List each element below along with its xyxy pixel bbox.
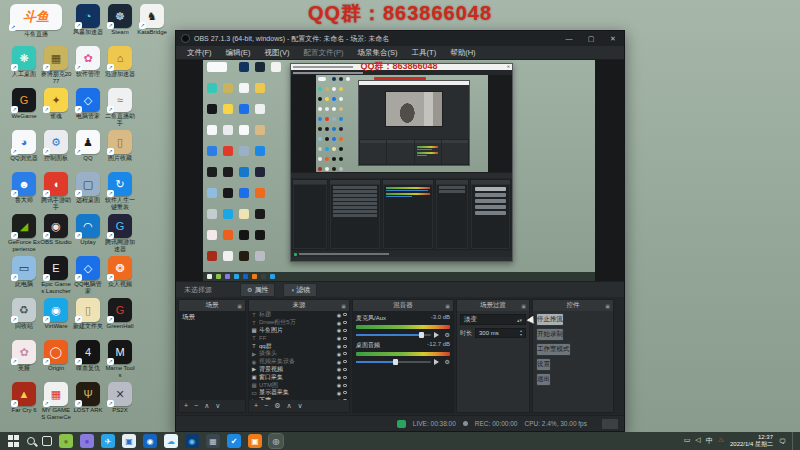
transition-select[interactable]: 淡变 ▴▾ bbox=[460, 314, 526, 325]
visibility-eye-icon[interactable]: ◉ bbox=[337, 327, 341, 333]
sources-toolbar-icon[interactable]: ∨ bbox=[298, 400, 303, 412]
desktop-icon[interactable]: ❋↗人工桌面 bbox=[8, 46, 40, 78]
desktop-icon[interactable]: ▢↗远程桌面 bbox=[72, 172, 104, 204]
start-button[interactable] bbox=[8, 435, 20, 447]
taskbar-app-icon[interactable]: ✈ bbox=[101, 434, 115, 448]
desktop-icon[interactable]: ⚙↗控制面板 bbox=[40, 130, 72, 162]
desktop-icon[interactable]: ◇↗电脑管家 bbox=[72, 88, 104, 120]
desktop-icon[interactable]: Ψ↗LOST ARK bbox=[72, 382, 104, 414]
desktop-icon[interactable]: 4↗喋血复仇 bbox=[72, 340, 104, 372]
visibility-eye-icon[interactable]: ◉ bbox=[337, 390, 341, 396]
taskbar-app-icon[interactable]: ▦ bbox=[206, 434, 220, 448]
lock-icon[interactable] bbox=[343, 313, 347, 316]
source-item[interactable]: ▦斗鱼图片◉ bbox=[249, 327, 349, 335]
controls-header[interactable]: 控件 ▣ bbox=[533, 300, 613, 311]
lock-icon[interactable] bbox=[343, 345, 347, 348]
desktop-icon[interactable]: ▦↗赛博朋克2077 bbox=[40, 46, 72, 84]
mixer-header[interactable]: 混音器 ▣ bbox=[353, 300, 453, 311]
menu-item[interactable]: 工具(T) bbox=[405, 46, 444, 60]
visibility-eye-icon[interactable]: ◉ bbox=[337, 351, 341, 357]
stepper-icon[interactable]: ▴▾ bbox=[520, 329, 522, 337]
desktop-icon[interactable]: ◔↗风暴加速器 bbox=[72, 4, 104, 36]
scenes-toolbar-icon[interactable]: ∧ bbox=[204, 400, 209, 412]
sources-toolbar-icon[interactable]: ∧ bbox=[286, 400, 291, 412]
desktop-icon[interactable]: ▦↗MY GAMES GameCenter bbox=[40, 382, 72, 421]
visibility-eye-icon[interactable]: ◉ bbox=[337, 359, 341, 365]
menu-item[interactable]: 配置文件(P) bbox=[297, 46, 351, 60]
search-icon[interactable] bbox=[27, 437, 35, 445]
desktop-icon[interactable]: G↗WeGame bbox=[8, 88, 40, 120]
menu-item[interactable]: 视图(V) bbox=[258, 46, 297, 60]
desktop-icon[interactable]: ◉↗VirtWare bbox=[40, 298, 72, 330]
show-desktop-button[interactable] bbox=[792, 432, 796, 450]
lock-icon[interactable] bbox=[343, 384, 347, 387]
taskbar-app-icon[interactable]: ✔ bbox=[227, 434, 241, 448]
desktop-icon[interactable]: G↗腾讯网游加速器 bbox=[104, 214, 136, 252]
taskbar-app-icon[interactable]: ◉ bbox=[185, 434, 199, 448]
desktop-icon[interactable]: ❂↗众人视频 bbox=[104, 256, 136, 288]
desktop-icon[interactable]: ♻↗回收站 bbox=[8, 298, 40, 330]
scenes-toolbar-icon[interactable]: − bbox=[194, 400, 198, 412]
speaker-icon[interactable] bbox=[434, 332, 442, 338]
desktop-icon[interactable]: ▲↗Far Cry 6 bbox=[8, 382, 40, 414]
desktop-icon[interactable]: ✦↗雀魂 bbox=[40, 88, 72, 120]
desktop-icon[interactable]: ▯↗图片收藏 bbox=[104, 130, 136, 162]
slider-handle[interactable] bbox=[393, 359, 398, 365]
sources-list[interactable]: T标题◉TDnwe粉丝5万◉▦斗鱼图片◉TFF◉Tqq群◉▶摄像头◉◉视频采集设… bbox=[249, 311, 349, 400]
lock-icon[interactable] bbox=[343, 321, 347, 324]
visibility-eye-icon[interactable]: ◉ bbox=[337, 343, 341, 349]
taskbar-app-icon[interactable]: ☁ bbox=[164, 434, 178, 448]
desktop-icon[interactable]: ☻↗鲁大师 bbox=[8, 172, 40, 204]
visibility-eye-icon[interactable]: ◉ bbox=[337, 312, 341, 318]
studio-mode-button[interactable]: 工作室模式 bbox=[536, 343, 571, 356]
properties-button[interactable]: ⚙ 属性 bbox=[240, 283, 275, 297]
taskbar-app-obs[interactable]: ◎ bbox=[269, 434, 283, 448]
desktop-icon[interactable]: ▭↗此电脑 bbox=[8, 256, 40, 288]
desktop-icon[interactable]: ◢↗GeForce Experience bbox=[8, 214, 40, 252]
desktop-icon[interactable]: ♞↗KataBridge bbox=[136, 4, 168, 36]
stop-streaming-button[interactable]: 停止推流 bbox=[536, 313, 564, 326]
desktop-icon[interactable]: ≈↗二鱼直播助手 bbox=[104, 88, 136, 126]
lock-icon[interactable] bbox=[343, 352, 347, 355]
exit-button[interactable]: 退出 bbox=[536, 373, 551, 386]
lock-icon[interactable] bbox=[343, 391, 347, 394]
sources-header[interactable]: 来源 ▣ bbox=[249, 300, 349, 311]
desktop-icon[interactable]: ▯↗新建文件夹 bbox=[72, 298, 104, 330]
tray-icon[interactable]: ◁ bbox=[695, 436, 700, 446]
desktop-icon[interactable]: ✿↗软件管理 bbox=[72, 46, 104, 78]
duration-input[interactable]: 300 ms ▴▾ bbox=[475, 328, 526, 338]
taskbar-clock[interactable]: 12:37 2022/1/4 星期二 bbox=[730, 434, 773, 448]
lock-icon[interactable] bbox=[343, 337, 347, 340]
desktop-icon[interactable]: ◖↗腾讯手游助手 bbox=[40, 172, 72, 210]
desktop-icon[interactable]: ⌂↗迅游加速器 bbox=[104, 46, 136, 78]
taskbar-app-icon[interactable]: ◉ bbox=[143, 434, 157, 448]
transitions-header[interactable]: 场景过渡 ▣ bbox=[457, 300, 529, 311]
lock-icon[interactable] bbox=[343, 360, 347, 363]
filters-button[interactable]: ◑ 滤镜 bbox=[283, 283, 317, 297]
desktop-icon[interactable]: G↗GreenHall bbox=[104, 298, 136, 330]
maximize-button[interactable]: ▢ bbox=[580, 31, 602, 46]
desktop-icon[interactable]: ◉↗OBS Studio bbox=[40, 214, 72, 246]
scenes-list[interactable]: 场景 bbox=[179, 311, 245, 400]
speaker-icon[interactable] bbox=[434, 359, 442, 365]
scenes-toolbar-icon[interactable]: ∨ bbox=[215, 400, 220, 412]
minimize-button[interactable]: — bbox=[558, 31, 580, 46]
visibility-eye-icon[interactable]: ◉ bbox=[337, 374, 341, 380]
visibility-eye-icon[interactable]: ◉ bbox=[337, 366, 341, 372]
settings-button[interactable]: 设置 bbox=[536, 358, 551, 371]
desktop-icon[interactable]: ↻↗软件人生一键重装 bbox=[104, 172, 136, 210]
desktop-icon[interactable]: ◇↗QQ电脑管家 bbox=[72, 256, 104, 294]
taskbar-app-icon[interactable]: ● bbox=[80, 434, 94, 448]
desktop-icon[interactable]: ◯↗Origin bbox=[40, 340, 72, 372]
tray-icon[interactable]: ♨ bbox=[718, 436, 724, 446]
lock-icon[interactable] bbox=[343, 376, 347, 379]
task-view-icon[interactable] bbox=[42, 436, 52, 446]
menu-item[interactable]: 文件(F) bbox=[180, 46, 219, 60]
desktop-icon[interactable]: ✿↗芙娅 bbox=[8, 340, 40, 372]
desktop-icon[interactable]: E↗Epic Games Launcher bbox=[40, 256, 72, 294]
menu-item[interactable]: 帮助(H) bbox=[443, 46, 482, 60]
desktop-icon[interactable]: M↗Mame Tools bbox=[104, 340, 136, 378]
scenes-toolbar-icon[interactable]: + bbox=[184, 400, 188, 412]
desktop-icon[interactable]: 斗鱼↗斗鱼直播 bbox=[8, 4, 64, 38]
desktop-icon[interactable]: ◠↗Uplay bbox=[72, 214, 104, 246]
